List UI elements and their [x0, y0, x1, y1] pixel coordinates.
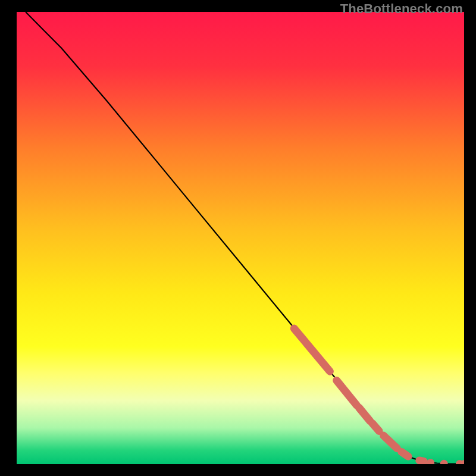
bottleneck-curve — [26, 12, 464, 464]
svg-line-7 — [419, 461, 424, 462]
svg-line-6 — [402, 452, 408, 456]
svg-line-5 — [384, 436, 397, 448]
chart-frame: TheBottleneck.com — [0, 0, 476, 476]
curve-layer — [17, 12, 464, 464]
highlight-segments — [294, 328, 424, 461]
svg-line-2 — [337, 380, 357, 405]
plot-area — [17, 12, 464, 464]
svg-line-4 — [372, 424, 379, 431]
svg-point-8 — [427, 459, 434, 464]
svg-point-9 — [440, 460, 448, 464]
svg-line-3 — [359, 408, 370, 421]
svg-line-1 — [294, 328, 330, 371]
highlight-dots — [427, 459, 464, 464]
watermark-text: TheBottleneck.com — [340, 1, 463, 17]
